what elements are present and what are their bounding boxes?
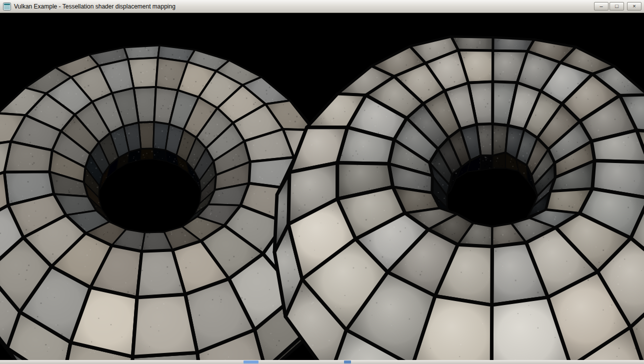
- close-button[interactable]: ×: [627, 2, 642, 10]
- maximize-button[interactable]: □: [610, 2, 624, 10]
- render-canvas[interactable]: [0, 13, 644, 360]
- render-viewport: [0, 13, 644, 360]
- app-icon: [3, 2, 11, 10]
- bottom-accent: [244, 360, 258, 364]
- title-bar[interactable]: Vulkan Example - Tessellation shader dis…: [0, 0, 644, 13]
- close-icon: ×: [632, 3, 636, 9]
- maximize-icon: □: [615, 3, 618, 9]
- window-controls: – □ ×: [594, 2, 642, 10]
- minimize-button[interactable]: –: [594, 2, 608, 10]
- minimize-icon: –: [600, 3, 602, 9]
- app-window: Vulkan Example - Tessellation shader dis…: [0, 0, 644, 364]
- window-bottom-border: [0, 360, 644, 364]
- bottom-accent: [344, 360, 351, 364]
- window-title: Vulkan Example - Tessellation shader dis…: [14, 3, 176, 10]
